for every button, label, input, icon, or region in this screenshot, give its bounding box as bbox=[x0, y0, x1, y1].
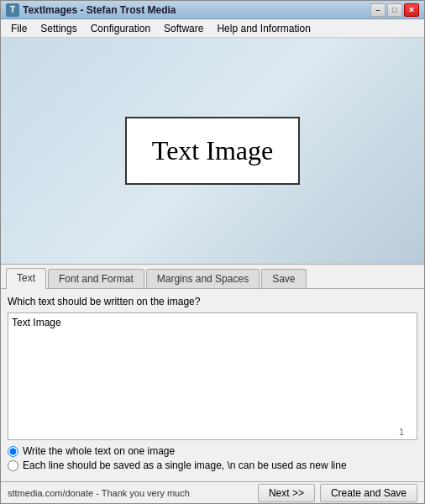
text-input[interactable]: Text Image bbox=[8, 312, 417, 440]
radio-group: Write the whole text on one image Each l… bbox=[8, 445, 417, 475]
question-label: Which text should be written on the imag… bbox=[8, 296, 417, 307]
radio-whole-label: Write the whole text on one image bbox=[23, 445, 175, 457]
title-bar-left: T TextImages - Stefan Trost Media bbox=[6, 3, 176, 17]
tab-save[interactable]: Save bbox=[261, 269, 306, 288]
radio-whole-image[interactable] bbox=[8, 446, 18, 457]
menu-help[interactable]: Help and Information bbox=[210, 21, 317, 36]
textarea-wrapper: Text Image 1 bbox=[8, 312, 417, 440]
app-icon: T bbox=[6, 3, 19, 17]
preview-text: Text Image bbox=[152, 135, 273, 165]
status-bar: sttmedia.com/donate - Thank you very muc… bbox=[1, 481, 424, 503]
preview-image: Text Image bbox=[125, 117, 300, 185]
maximize-button[interactable]: □ bbox=[387, 3, 402, 17]
menu-software[interactable]: Software bbox=[157, 21, 210, 36]
tab-text[interactable]: Text bbox=[6, 268, 46, 289]
tab-font-format[interactable]: Font and Format bbox=[48, 269, 144, 288]
window-title: TextImages - Stefan Trost Media bbox=[23, 4, 176, 16]
status-text: sttmedia.com/donate - Thank you very muc… bbox=[8, 488, 190, 498]
radio-each-line-label: Each line should be saved as a single im… bbox=[23, 459, 347, 471]
radio-option-whole[interactable]: Write the whole text on one image bbox=[8, 445, 417, 457]
status-buttons: Next >> Create and Save bbox=[258, 484, 417, 502]
window-controls: – □ ✕ bbox=[370, 3, 419, 17]
tabs-container: Text Font and Format Margins and Spaces … bbox=[1, 265, 424, 289]
close-button[interactable]: ✕ bbox=[404, 3, 419, 17]
radio-each-line[interactable] bbox=[8, 460, 18, 471]
menu-bar: File Settings Configuration Software Hel… bbox=[1, 19, 424, 38]
menu-settings[interactable]: Settings bbox=[34, 21, 83, 36]
minimize-button[interactable]: – bbox=[370, 3, 386, 17]
next-button[interactable]: Next >> bbox=[258, 484, 315, 502]
app-window: T TextImages - Stefan Trost Media – □ ✕ … bbox=[0, 0, 425, 504]
title-bar: T TextImages - Stefan Trost Media – □ ✕ bbox=[1, 1, 424, 19]
menu-file[interactable]: File bbox=[4, 21, 34, 36]
menu-configuration[interactable]: Configuration bbox=[84, 21, 157, 36]
create-save-button[interactable]: Create and Save bbox=[320, 484, 417, 502]
radio-option-each-line[interactable]: Each line should be saved as a single im… bbox=[8, 459, 417, 471]
content-panel: Which text should be written on the imag… bbox=[1, 289, 424, 481]
preview-area: Text Image bbox=[1, 38, 424, 265]
tab-margins-spaces[interactable]: Margins and Spaces bbox=[146, 269, 260, 288]
char-count: 1 bbox=[399, 427, 404, 437]
